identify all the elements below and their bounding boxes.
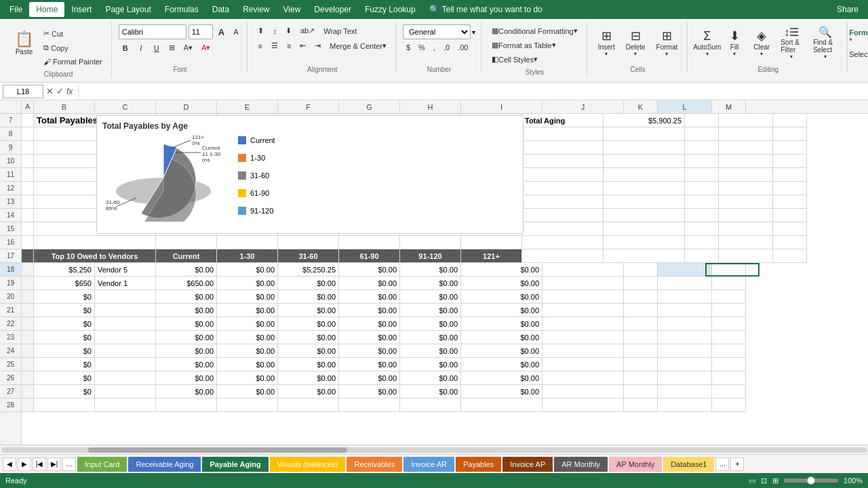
menu-developer[interactable]: Developer <box>307 2 358 17</box>
cancel-formula-button[interactable]: ✕ <box>46 86 54 96</box>
decrease-font-button[interactable]: A <box>230 26 241 38</box>
menu-review[interactable]: Review <box>236 2 276 17</box>
tab-scroll-left[interactable]: ◀ <box>3 458 16 471</box>
autosum-button[interactable]: Σ AutoSum ▾ <box>694 24 719 61</box>
tab-receivables[interactable]: Receivables <box>347 457 402 472</box>
merge-center-button[interactable]: Merge & Center ▾ <box>326 39 390 52</box>
tab-receivable-aging[interactable]: Receivable Aging <box>128 457 201 472</box>
find-select-button[interactable]: 🔍 Find & Select ▾ <box>809 24 842 61</box>
cell-D18[interactable]: $0.00 <box>156 263 217 277</box>
insert-cells-button[interactable]: ⊞ Insert ▾ <box>594 24 619 61</box>
name-box[interactable] <box>3 85 43 98</box>
page-layout-icon[interactable]: ⊡ <box>761 476 767 485</box>
table-header-121plus[interactable]: 121+ <box>461 249 522 263</box>
page-break-icon[interactable]: ⊞ <box>772 476 778 485</box>
function-icon[interactable]: fx <box>66 87 73 96</box>
number-format-select[interactable]: General Number Currency Accounting <box>403 24 471 39</box>
cell-styles-button[interactable]: ◧ Cell Styles▾ <box>488 53 581 66</box>
underline-button[interactable]: U <box>150 42 163 54</box>
table-header-31-60[interactable]: 31-60 <box>278 249 339 263</box>
menu-insert[interactable]: Insert <box>64 2 98 17</box>
menu-view[interactable]: View <box>277 2 308 17</box>
fill-button[interactable]: ⬇ Fill ▾ <box>722 24 747 61</box>
table-header-vendor[interactable]: Top 10 Owed to Vendors <box>34 249 156 263</box>
cell-F18[interactable]: $5,250.25 <box>278 263 339 277</box>
tab-visuals[interactable]: Visuals (balances) <box>270 457 346 472</box>
select-dash[interactable]: Select - <box>849 50 868 58</box>
confirm-formula-button[interactable]: ✓ <box>56 86 64 96</box>
table-header-1-30[interactable]: 1-30 <box>217 249 278 263</box>
cell-L8[interactable] <box>719 127 773 141</box>
align-right-button[interactable]: ≡ <box>283 40 294 52</box>
tab-scroll-last[interactable]: ▶| <box>47 458 61 471</box>
border-button[interactable]: ⊞ <box>165 41 178 54</box>
share-button[interactable]: Share <box>830 2 865 17</box>
normal-view-icon[interactable]: ▭ <box>749 476 755 485</box>
currency-button[interactable]: $ <box>403 41 414 54</box>
table-header-91-120[interactable]: 91-120 <box>400 249 461 263</box>
italic-button[interactable]: I <box>134 42 148 54</box>
tab-scroll-first[interactable]: |◀ <box>33 458 46 471</box>
menu-file[interactable]: File <box>3 2 29 17</box>
zoom-slider[interactable] <box>784 479 838 483</box>
align-bottom-button[interactable]: ⬇ <box>282 24 295 37</box>
table-header-61-90[interactable]: 61-90 <box>339 249 400 263</box>
orient-text-button[interactable]: ab↗ <box>297 24 318 37</box>
tab-invoice-ar[interactable]: Invoice AR <box>403 457 454 472</box>
align-top-button[interactable]: ⬆ <box>254 24 267 37</box>
decrease-decimal-button[interactable]: .0 <box>440 41 453 54</box>
font-name-input[interactable] <box>119 24 186 39</box>
paste-button[interactable]: 📋 Paste <box>11 24 37 61</box>
cell-G18[interactable]: $0.00 <box>339 263 400 277</box>
sort-filter-button[interactable]: ↕☰ Sort & Filter ▾ <box>776 24 806 61</box>
format-as-table-button[interactable]: ▦ Format as Table▾ <box>488 39 581 52</box>
copy-button[interactable]: ⧉ Copy <box>40 41 106 54</box>
clear-button[interactable]: ◈ Clear ▾ <box>749 24 774 61</box>
cell-A8[interactable] <box>22 127 34 141</box>
format-cells-button[interactable]: ⊞ Format ▾ <box>652 24 682 61</box>
chart-overlay[interactable]: Total Payables by Age <box>96 115 524 234</box>
cell-L7[interactable] <box>719 114 773 127</box>
cell-C18[interactable]: Vendor 5 <box>95 263 156 277</box>
cell-I18[interactable]: $0.00 <box>461 263 542 277</box>
table-header-current[interactable]: Current <box>156 249 217 263</box>
font-size-input[interactable] <box>189 24 213 39</box>
font-color-button[interactable]: A▾ <box>198 41 214 54</box>
cell-A7[interactable] <box>22 114 34 127</box>
formula-input[interactable] <box>84 85 865 98</box>
menu-formulas[interactable]: Formulas <box>158 2 205 17</box>
formatting-asterisk[interactable]: Formatting * <box>849 28 868 45</box>
cut-button[interactable]: ✂ Cut <box>40 27 106 40</box>
cell-I7[interactable]: Total Aging <box>522 114 604 127</box>
menu-data[interactable]: Data <box>205 2 236 17</box>
tab-database1[interactable]: Database1 <box>663 457 714 472</box>
menu-page-layout[interactable]: Page Layout <box>98 2 157 17</box>
tab-invoice-ap[interactable]: Invoice AP <box>502 457 553 472</box>
tab-scroll-right[interactable]: ▶ <box>18 458 31 471</box>
conditional-formatting-button[interactable]: ▦ Conditional Formatting▾ <box>488 24 581 37</box>
align-middle-button[interactable]: ↕ <box>269 25 280 37</box>
cell-H18[interactable]: $0.00 <box>400 263 461 277</box>
cell-E18[interactable]: $0.00 <box>217 263 278 277</box>
tab-expand[interactable]: … <box>62 458 76 471</box>
increase-indent-button[interactable]: ⇥ <box>311 39 324 52</box>
menu-search[interactable]: 🔍 Tell me what you want to do <box>422 2 549 17</box>
cell-L18[interactable] <box>658 263 712 277</box>
tab-add[interactable]: + <box>730 458 744 471</box>
cell-K8[interactable] <box>685 127 719 141</box>
tab-payables[interactable]: Payables <box>456 457 501 472</box>
horizontal-scrollbar[interactable] <box>0 445 868 454</box>
wrap-text-button[interactable]: Wrap Text <box>320 25 360 37</box>
align-center-button[interactable]: ☰ <box>268 39 281 52</box>
cell-K7[interactable] <box>685 114 719 127</box>
cell-M8[interactable] <box>773 127 807 141</box>
cell-B18[interactable]: $5,250 <box>34 263 95 277</box>
menu-home[interactable]: Home <box>29 2 64 17</box>
cell-J7[interactable]: $5,900.25 <box>604 114 685 127</box>
tab-ar-monthly[interactable]: AR Monthly <box>554 457 608 472</box>
tab-input-card[interactable]: Input Card <box>77 457 127 472</box>
cell-J8[interactable] <box>604 127 685 141</box>
percent-button[interactable]: % <box>415 41 429 54</box>
format-painter-button[interactable]: 🖌 Format Painter <box>40 56 106 68</box>
delete-cells-button[interactable]: ⊟ Delete ▾ <box>622 24 650 61</box>
